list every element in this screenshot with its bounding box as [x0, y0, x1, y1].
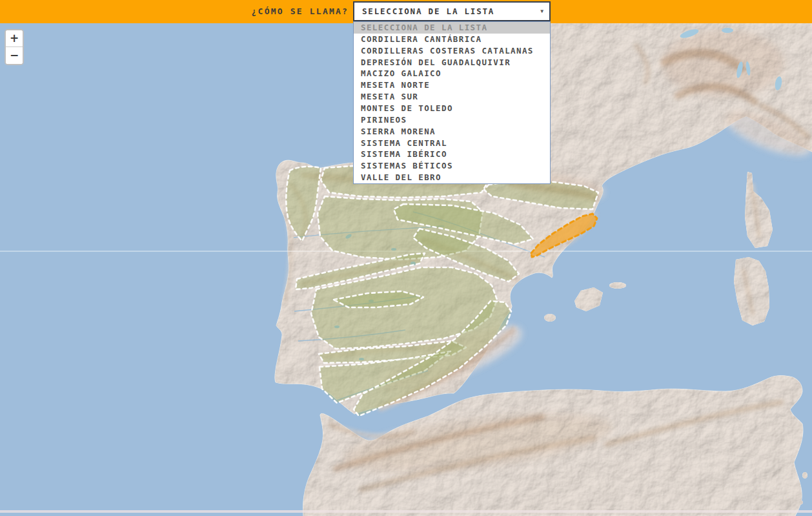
- dropdown-option[interactable]: CORDILLERAS COSTERAS CATALANAS: [354, 45, 550, 57]
- tile-seam: [0, 510, 812, 513]
- island-menorca: [609, 282, 626, 289]
- select-value: SELECCIONA DE LA LISTA: [362, 3, 494, 20]
- dropdown-option[interactable]: DEPRESIÓN DEL GUADALQUIVIR: [354, 57, 550, 68]
- dropdown-option[interactable]: SISTEMA IBÉRICO: [354, 149, 550, 160]
- zoom-out-button[interactable]: −: [6, 47, 23, 64]
- island-ibiza: [544, 314, 556, 322]
- dropdown-option[interactable]: VALLE DEL EBRO: [354, 172, 550, 183]
- zoom-control: + −: [5, 29, 24, 65]
- island-djerba: [795, 500, 803, 505]
- zoom-in-button[interactable]: +: [6, 30, 23, 47]
- dropdown-option[interactable]: MONTES DE TOLEDO: [354, 103, 550, 114]
- dropdown-option[interactable]: CORDILLERA CANTÁBRICA: [354, 34, 550, 45]
- answer-dropdown-list: SELECCIONA DE LA LISTA CORDILLERA CANTÁB…: [353, 21, 551, 184]
- dropdown-arrow-icon: ▼: [540, 8, 543, 14]
- dropdown-option[interactable]: SISTEMA CENTRAL: [354, 138, 550, 149]
- dropdown-option[interactable]: SISTEMAS BÉTICOS: [354, 160, 550, 172]
- dropdown-option[interactable]: MESETA SUR: [354, 91, 550, 103]
- question-label: ¿CÓMO SE LLAMA?: [252, 0, 349, 23]
- answer-select[interactable]: SELECCIONA DE LA LISTA ▼: [353, 1, 551, 21]
- dropdown-option[interactable]: SIERRA MORENA: [354, 126, 550, 138]
- dropdown-option[interactable]: PIRINEOS: [354, 114, 550, 126]
- dropdown-option[interactable]: SELECCIONA DE LA LISTA: [354, 22, 550, 34]
- dropdown-option[interactable]: MACIZO GALAICO: [354, 68, 550, 79]
- question-header: ¿CÓMO SE LLAMA? SELECCIONA DE LA LISTA ▼: [0, 0, 812, 23]
- dropdown-option[interactable]: MESETA NORTE: [354, 79, 550, 91]
- island-tunisia-east: [802, 472, 807, 479]
